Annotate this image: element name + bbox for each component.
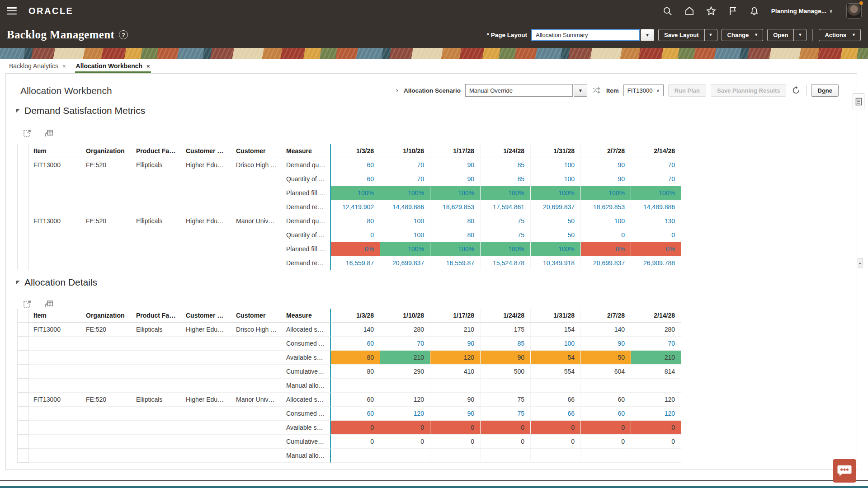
value-cell[interactable]: 280 <box>631 323 681 337</box>
value-cell[interactable]: 0 <box>531 421 581 435</box>
open-caret[interactable]: ▼ <box>793 29 806 41</box>
value-cell[interactable]: 0 <box>330 435 380 449</box>
value-cell[interactable]: 90 <box>581 158 631 172</box>
value-cell[interactable] <box>481 379 531 393</box>
value-cell[interactable]: 17,594.861 <box>481 200 531 214</box>
value-cell[interactable]: 100 <box>531 158 581 172</box>
value-cell[interactable]: 100% <box>380 186 430 200</box>
value-cell[interactable]: 70 <box>380 172 430 186</box>
value-cell[interactable]: 90 <box>430 158 481 172</box>
page-layout-input[interactable] <box>531 29 640 41</box>
value-cell[interactable]: 20,699.837 <box>581 256 631 270</box>
scenario-disclosure-arrow[interactable]: › <box>395 86 399 94</box>
value-cell[interactable]: 90 <box>430 172 481 186</box>
value-cell[interactable]: 100 <box>581 214 631 228</box>
value-cell[interactable]: 54 <box>531 351 581 365</box>
row-selector[interactable] <box>17 365 29 379</box>
value-cell[interactable] <box>581 379 631 393</box>
value-cell[interactable] <box>380 379 430 393</box>
tab-allocation-workbench[interactable]: Allocation Workbench × <box>75 59 151 73</box>
value-cell[interactable]: 140 <box>330 323 380 337</box>
maximize-table-icon[interactable] <box>22 299 32 309</box>
value-cell[interactable] <box>631 379 681 393</box>
scenario-combobox[interactable] <box>465 84 573 97</box>
value-cell[interactable]: 90 <box>481 351 531 365</box>
tab-backlog-analytics[interactable]: Backlog Analytics × <box>8 59 67 73</box>
value-cell[interactable]: 80 <box>430 228 481 242</box>
value-cell[interactable]: 100% <box>481 186 531 200</box>
save-layout-button[interactable]: Save Layout ▼ <box>658 29 717 41</box>
value-cell[interactable]: 50 <box>531 228 581 242</box>
row-selector[interactable] <box>17 379 29 393</box>
value-cell[interactable]: 140 <box>581 323 631 337</box>
row-selector[interactable] <box>17 158 29 172</box>
value-cell[interactable]: 410 <box>430 365 481 379</box>
value-cell[interactable] <box>330 379 380 393</box>
value-cell[interactable]: 12,419.902 <box>330 200 380 214</box>
value-cell[interactable]: 80 <box>330 351 380 365</box>
value-cell[interactable]: 604 <box>581 365 631 379</box>
value-cell[interactable]: 100 <box>380 228 430 242</box>
open-button[interactable]: Open ▼ <box>767 29 807 41</box>
value-cell[interactable]: 66 <box>531 407 581 421</box>
value-cell[interactable]: 100% <box>531 242 581 256</box>
value-cell[interactable]: 85 <box>481 337 531 351</box>
value-cell[interactable]: 10,349.918 <box>531 256 581 270</box>
hamburger-menu-icon[interactable] <box>7 7 17 14</box>
value-cell[interactable]: 80 <box>430 214 481 228</box>
value-cell[interactable]: 120 <box>380 407 430 421</box>
splitter-expand-arrow[interactable]: ▸ <box>858 258 863 267</box>
value-cell[interactable] <box>430 449 481 463</box>
value-cell[interactable]: 210 <box>430 323 481 337</box>
value-cell[interactable]: 0 <box>380 421 430 435</box>
value-cell[interactable] <box>430 379 481 393</box>
row-selector[interactable] <box>17 214 29 228</box>
value-cell[interactable]: 15,524.878 <box>481 256 531 270</box>
value-cell[interactable]: 814 <box>631 365 681 379</box>
value-cell[interactable]: 70 <box>631 337 681 351</box>
value-cell[interactable]: 66 <box>531 393 581 407</box>
value-cell[interactable]: 290 <box>380 365 430 379</box>
value-cell[interactable]: 75 <box>481 228 531 242</box>
close-icon[interactable]: × <box>146 63 150 70</box>
value-cell[interactable]: 75 <box>481 214 531 228</box>
maximize-table-icon[interactable] <box>22 128 32 138</box>
value-cell[interactable]: 85 <box>481 172 531 186</box>
value-cell[interactable]: 120 <box>430 351 481 365</box>
row-selector[interactable] <box>17 435 29 449</box>
value-cell[interactable]: 75 <box>481 407 531 421</box>
row-selector[interactable] <box>17 256 29 270</box>
value-cell[interactable] <box>481 449 531 463</box>
row-selector[interactable] <box>17 421 29 435</box>
save-planning-results-button[interactable]: Save Planning Results <box>711 84 786 97</box>
value-cell[interactable]: 100% <box>531 186 581 200</box>
value-cell[interactable]: 100% <box>380 242 430 256</box>
scenario-dropdown-button[interactable]: ▼ <box>574 84 587 97</box>
row-selector[interactable] <box>17 242 29 256</box>
row-selector[interactable] <box>17 228 29 242</box>
value-cell[interactable]: 0 <box>581 435 631 449</box>
value-cell[interactable]: 100% <box>430 242 481 256</box>
value-cell[interactable]: 210 <box>631 351 681 365</box>
avatar[interactable] <box>846 3 862 19</box>
close-icon[interactable]: × <box>62 63 66 70</box>
value-cell[interactable]: 90 <box>430 407 481 421</box>
row-selector[interactable] <box>17 351 29 365</box>
row-selector[interactable] <box>17 449 29 463</box>
row-selector[interactable] <box>17 200 29 214</box>
value-cell[interactable]: 14,489.886 <box>380 200 430 214</box>
value-cell[interactable]: 90 <box>430 393 481 407</box>
value-cell[interactable]: 60 <box>330 407 380 421</box>
chat-feedback-button[interactable] <box>833 459 856 483</box>
value-cell[interactable]: 0 <box>631 421 681 435</box>
value-cell[interactable] <box>531 449 581 463</box>
value-cell[interactable]: 100% <box>581 186 631 200</box>
run-plan-button[interactable]: Run Plan <box>668 84 706 97</box>
value-cell[interactable]: 0 <box>531 435 581 449</box>
page-layout-dropdown-button[interactable]: ▼ <box>641 29 654 41</box>
value-cell[interactable]: 16,559.87 <box>430 256 481 270</box>
value-cell[interactable]: 0 <box>380 435 430 449</box>
value-cell[interactable]: 100% <box>481 242 531 256</box>
value-cell[interactable]: 100 <box>380 214 430 228</box>
value-cell[interactable]: 90 <box>581 172 631 186</box>
